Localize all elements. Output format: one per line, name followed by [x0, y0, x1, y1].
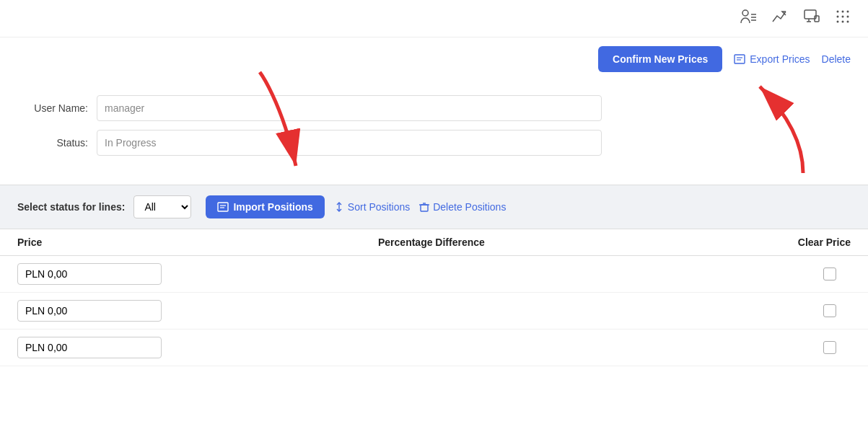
price-input-1[interactable] — [17, 263, 162, 285]
clear-price-cell-3 — [706, 341, 851, 354]
export-prices-label: Export Prices — [750, 53, 810, 65]
price-input-2[interactable] — [17, 300, 162, 322]
clear-price-cell-1 — [706, 268, 851, 280]
table-section: Price Percentage Difference Clear Price — [0, 229, 868, 366]
form-section: User Name: Status: — [0, 81, 868, 185]
svg-point-0 — [742, 10, 748, 16]
chart-icon[interactable] — [771, 9, 789, 28]
confirm-new-prices-button[interactable]: Confirm New Prices — [598, 46, 722, 72]
import-positions-label: Import Positions — [233, 201, 312, 213]
svg-point-10 — [847, 11, 849, 13]
status-label: Status: — [17, 137, 97, 149]
action-bar: Confirm New Prices Export Prices Delete — [0, 37, 868, 81]
table-row — [0, 293, 868, 330]
status-row: Status: — [17, 130, 851, 156]
svg-point-11 — [837, 16, 839, 18]
username-label: User Name: — [17, 102, 97, 114]
clear-price-checkbox-2[interactable] — [823, 304, 836, 317]
svg-point-12 — [842, 16, 844, 18]
svg-rect-20 — [218, 203, 228, 211]
import-icon — [217, 201, 229, 213]
price-cell-1 — [17, 263, 378, 285]
svg-rect-24 — [421, 205, 428, 211]
svg-point-15 — [842, 21, 844, 23]
status-input[interactable] — [97, 130, 602, 156]
table-row — [0, 256, 868, 293]
sort-positions-button[interactable]: Sort Positions — [333, 201, 410, 213]
table-header: Price Percentage Difference Clear Price — [0, 229, 868, 256]
col-price-header: Price — [17, 237, 378, 248]
username-row: User Name: — [17, 95, 851, 121]
delete-positions-label: Delete Positions — [433, 201, 506, 213]
price-cell-3 — [17, 337, 378, 358]
trash-icon — [418, 201, 430, 213]
clear-price-cell-2 — [706, 304, 851, 317]
col-clear-price-header: Clear Price — [706, 237, 851, 248]
import-positions-button[interactable]: Import Positions — [206, 195, 324, 218]
price-cell-2 — [17, 300, 378, 322]
clear-price-checkbox-3[interactable] — [823, 341, 836, 354]
delete-button[interactable]: Delete — [822, 53, 851, 65]
sort-positions-label: Sort Positions — [348, 201, 410, 213]
svg-point-13 — [847, 16, 849, 18]
select-status-label: Select status for lines: — [17, 201, 125, 213]
clear-price-checkbox-1[interactable] — [823, 268, 836, 280]
svg-rect-17 — [735, 55, 745, 63]
top-nav — [0, 0, 868, 37]
delete-positions-button[interactable]: Delete Positions — [418, 201, 506, 213]
svg-point-9 — [842, 11, 844, 13]
sort-icon — [333, 201, 345, 213]
col-pct-diff-header: Percentage Difference — [378, 237, 706, 248]
export-icon — [734, 53, 745, 65]
toolbar-section: Select status for lines: All Import Posi… — [0, 185, 868, 229]
svg-point-8 — [837, 11, 839, 13]
svg-point-14 — [837, 21, 839, 23]
display-icon[interactable] — [803, 9, 820, 28]
export-prices-button[interactable]: Export Prices — [734, 53, 810, 65]
svg-point-16 — [847, 21, 849, 23]
username-input[interactable] — [97, 95, 602, 121]
status-select[interactable]: All — [133, 195, 191, 218]
grid-icon[interactable] — [835, 9, 851, 28]
user-list-icon[interactable] — [740, 9, 757, 28]
table-row — [0, 330, 868, 366]
price-input-3[interactable] — [17, 337, 162, 358]
